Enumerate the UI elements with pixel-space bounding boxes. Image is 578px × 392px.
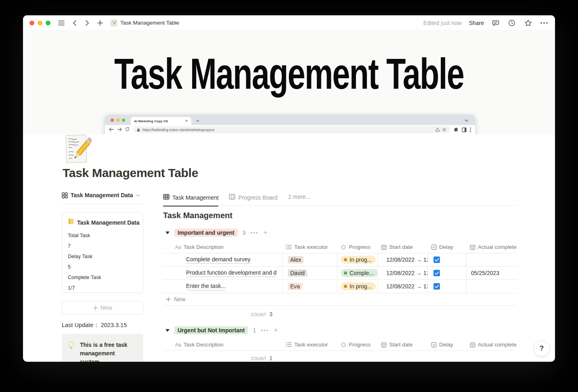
zoom-window-button[interactable] <box>46 21 50 25</box>
column-start-date[interactable]: Start date <box>378 339 428 350</box>
document-title: Task Management Table <box>120 20 179 26</box>
delay-cell[interactable] <box>428 280 467 293</box>
view-tabs: Task Management Progress Board 2 more... <box>163 191 517 206</box>
column-task-executor[interactable]: Task executor <box>283 241 337 253</box>
start-date-cell[interactable]: 12/08/2022 → 12 <box>378 253 428 266</box>
breadcrumb[interactable]: Task Management Table <box>110 19 179 27</box>
progress-pill: In prog... <box>341 282 376 290</box>
more-views-link[interactable]: 2 more... <box>288 191 310 200</box>
more-options-icon[interactable] <box>540 19 549 27</box>
calendar-icon <box>470 244 475 250</box>
group-count: 1 <box>253 327 256 334</box>
new-tab-button[interactable] <box>96 19 105 27</box>
minimize-window-button[interactable] <box>38 21 42 25</box>
lightbulb-icon <box>67 341 75 352</box>
browser-new-tab-icon: + <box>196 118 199 124</box>
browser-zoom-icon <box>122 119 125 122</box>
linked-view-selector[interactable]: Task Management Data <box>62 191 143 200</box>
checked-checkbox[interactable] <box>434 256 440 263</box>
page-memo-icon[interactable] <box>65 133 92 165</box>
task-title-cell[interactable]: Product function development and d <box>163 267 283 279</box>
column-start-date[interactable]: Start date <box>378 241 428 253</box>
column-label: Actual complete <box>478 244 517 250</box>
checked-checkbox[interactable] <box>434 283 440 290</box>
page-cover[interactable]: Task Management Table AI Marketing Copy … <box>23 31 555 134</box>
progress-cell[interactable]: In prog... <box>337 253 378 266</box>
lock-icon <box>137 128 140 132</box>
progress-cell[interactable]: In prog... <box>337 280 378 293</box>
column-delay[interactable]: Delay <box>428 339 467 350</box>
browser-tab-title: AI Marketing Copy OS <box>134 119 182 123</box>
group-options-icon[interactable]: ••• <box>251 230 259 236</box>
count-label[interactable]: COUNT <box>251 357 267 361</box>
collapse-triangle-icon[interactable] <box>165 231 170 234</box>
text-property-icon: Aa <box>175 244 181 250</box>
edited-status: Edited just now <box>423 20 462 26</box>
browser-menu-dots-icon <box>470 127 471 132</box>
task-title-cell[interactable]: Complete demand survey <box>163 253 283 266</box>
add-task-row[interactable]: New <box>163 293 517 306</box>
stats-card[interactable]: Task Management Data Total Task 7 Delay … <box>62 212 143 293</box>
executor-cell[interactable]: Eva <box>283 280 337 293</box>
group-options-icon[interactable]: ••• <box>261 327 269 334</box>
delay-cell[interactable] <box>428 267 467 279</box>
column-actual-complete[interactable]: Actual complete <box>467 241 517 253</box>
group-add-icon[interactable]: + <box>263 229 268 236</box>
count-label[interactable]: COUNT <box>251 313 267 317</box>
collapse-triangle-icon[interactable] <box>165 329 170 332</box>
actual-complete-cell[interactable]: 05/25/2023 <box>467 267 517 279</box>
stat-value: 5 <box>68 262 137 272</box>
stat-value: 7 <box>68 241 137 251</box>
checked-checkbox[interactable] <box>434 270 440 276</box>
task-title-link[interactable]: Product function development and d <box>186 269 276 277</box>
close-window-button[interactable] <box>29 21 34 25</box>
task-title-cell[interactable]: Enter the task... <box>163 280 283 293</box>
status-spinner-icon <box>341 342 346 348</box>
group-badge[interactable]: Urgent but Not Important <box>174 326 248 334</box>
status-dot <box>344 271 347 275</box>
column-label: Task Description <box>184 244 224 250</box>
callout-text: This is a free task management system. <box>80 341 130 362</box>
start-date-cell[interactable]: 12/08/2022 → 12 <box>378 280 428 293</box>
column-task-description[interactable]: Aa Task Description <box>163 241 283 253</box>
back-button[interactable] <box>70 19 79 27</box>
actual-complete-cell[interactable] <box>467 253 517 266</box>
favorite-star-icon[interactable] <box>524 19 532 27</box>
column-task-executor[interactable]: Task executor <box>283 339 337 350</box>
executor-cell[interactable]: David <box>283 267 337 279</box>
group-header-urgent-not-important: Urgent but Not Important 1 ••• + <box>163 326 517 334</box>
executor-cell[interactable]: Alex <box>283 253 337 266</box>
sidebar-toggle-icon[interactable] <box>57 19 66 27</box>
share-button[interactable]: Share <box>469 20 484 26</box>
status-dot <box>344 285 347 288</box>
group-add-icon[interactable]: + <box>274 327 278 334</box>
comments-icon[interactable] <box>491 19 500 27</box>
last-update-label: Last Update： <box>62 322 99 328</box>
last-update-value: 2023.3.15 <box>101 322 127 328</box>
task-table: Aa Task Description Task executor <box>163 241 517 321</box>
desktop-background: { "titlebar": { "title": "Task Managemen… <box>0 0 578 392</box>
sidebar-new-button[interactable]: New <box>62 301 143 315</box>
task-title-link[interactable]: Enter the task... <box>186 282 226 290</box>
progress-cell[interactable]: Comple... <box>337 267 378 279</box>
column-label: Progress <box>349 342 371 348</box>
history-clock-icon[interactable] <box>507 19 516 27</box>
actual-complete-cell[interactable] <box>467 280 517 293</box>
tab-progress-board[interactable]: Progress Board <box>229 191 277 206</box>
task-title-link[interactable]: Complete demand survey <box>186 256 251 264</box>
group-badge[interactable]: Important and urgent <box>174 229 238 237</box>
delay-cell[interactable] <box>428 253 467 266</box>
column-progress[interactable]: Progress <box>337 339 378 350</box>
column-actual-complete[interactable]: Actual complete <box>467 339 517 350</box>
table-header-row: Aa Task Description Task executor <box>163 241 517 253</box>
forward-button[interactable] <box>83 19 92 27</box>
column-progress[interactable]: Progress <box>337 241 378 253</box>
tab-task-management[interactable]: Task Management <box>163 191 218 206</box>
column-task-description[interactable]: Aa Task Description <box>163 339 283 350</box>
column-delay[interactable]: Delay <box>428 241 467 253</box>
table-row: Product function development and d David… <box>163 267 517 280</box>
table-row: Complete demand survey Alex In prog... 1… <box>163 253 517 267</box>
start-date-cell[interactable]: 12/08/2022 → 12 <box>378 267 428 279</box>
table-header-row: Aa Task Description Task executor <box>163 339 517 351</box>
help-button[interactable]: ? <box>534 340 550 357</box>
